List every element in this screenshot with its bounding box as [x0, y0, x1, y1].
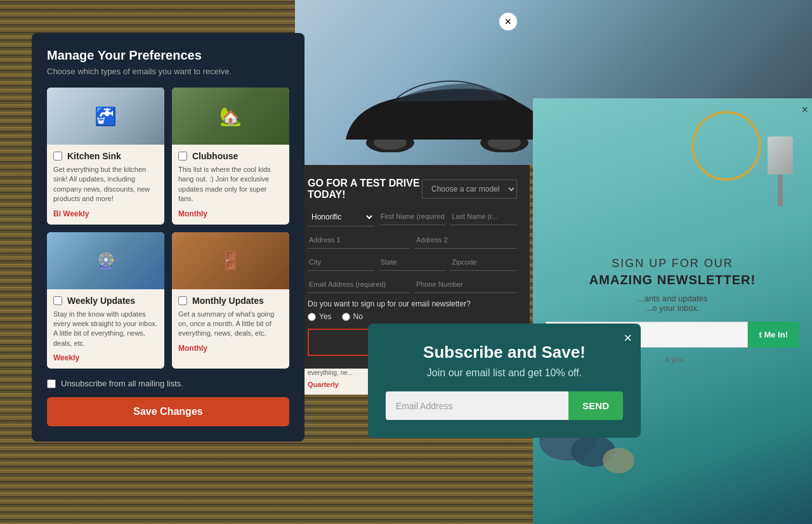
yes-radio[interactable] — [308, 313, 316, 321]
cushion-3 — [603, 448, 634, 473]
zipcode-input[interactable] — [450, 254, 517, 271]
weekly-updates-card: 🎡 Weekly Updates Stay in the know with u… — [47, 232, 164, 369]
clubhouse-freq: Monthly — [178, 209, 283, 218]
subscribe-email-input[interactable] — [386, 391, 568, 420]
monthly-updates-label: Monthly Updates — [192, 296, 264, 306]
kitchen-sink-desc: Get everything but the kitchen sink! All… — [53, 165, 158, 204]
monthly-updates-desc: Get a summary of what's going on, once a… — [178, 310, 283, 339]
monthly-updates-card: 🚪 Monthly Updates Get a summary of what'… — [172, 232, 289, 369]
save-changes-button[interactable]: Save Changes — [47, 397, 289, 426]
signup-title: SIGN UP FOR OUR — [546, 257, 799, 270]
kitchen-sink-card: 🚰 Kitchen Sink Get everything but the ki… — [47, 88, 164, 225]
car-close-button[interactable]: ✕ — [499, 13, 517, 30]
address2-input[interactable] — [415, 232, 517, 249]
preferences-cards-grid: 🚰 Kitchen Sink Get everything but the ki… — [47, 88, 289, 369]
signup-desc: ...ants and updates ...o your inbox. — [546, 294, 799, 313]
newsletter-question: Do you want to sign up for our email new… — [308, 299, 517, 308]
no-radio[interactable] — [342, 313, 350, 321]
honorific-select[interactable]: Honorific Mr. Ms. Dr. — [308, 208, 374, 226]
subscribe-title: Subscribe and Save! — [386, 343, 623, 362]
clubhouse-label: Clubhouse — [192, 151, 238, 161]
no-label: No — [353, 312, 363, 321]
panel-title: Manage Your Preferences — [47, 48, 289, 63]
yes-label: Yes — [319, 312, 332, 321]
kitchen-sink-freq: Bi Weekly — [53, 209, 158, 218]
kitchen-sink-checkbox[interactable] — [53, 152, 62, 160]
weekly-updates-label: Weekly Updates — [67, 296, 135, 306]
unsubscribe-row: Unsubscribe from all mailing lists. — [47, 379, 289, 388]
subscribe-email-row: SEND — [386, 391, 623, 420]
first-name-input[interactable] — [379, 208, 446, 225]
signup-bold: AMAZING NEWSLETTER! — [546, 273, 799, 287]
monthly-updates-checkbox[interactable] — [178, 296, 187, 305]
last-name-input[interactable] — [450, 208, 517, 225]
monthly-updates-image: 🚪 — [172, 232, 289, 289]
clubhouse-desc: This list is where the cool kids hang ou… — [178, 165, 283, 204]
monthly-updates-freq: Monthly — [178, 344, 283, 353]
unsubscribe-label: Unsubscribe from all mailing lists. — [61, 379, 183, 388]
phone-input[interactable] — [415, 276, 517, 293]
subscribe-subtitle: Join our email list and get 10% off. — [386, 367, 623, 379]
car-model-select[interactable]: Choose a car model — [422, 180, 517, 199]
car-silhouette — [333, 70, 561, 152]
kitchen-sink-image: 🚰 — [47, 88, 164, 145]
kitchen-sink-label: Kitchen Sink — [67, 151, 121, 161]
unsubscribe-checkbox[interactable] — [47, 379, 56, 388]
weekly-updates-desc: Stay in the know with updates every week… — [53, 310, 158, 349]
city-input[interactable] — [308, 254, 374, 271]
weekly-updates-checkbox[interactable] — [53, 296, 62, 305]
state-input[interactable] — [379, 254, 446, 271]
email-input[interactable] — [308, 276, 410, 293]
manage-preferences-panel: Manage Your Preferences Choose which typ… — [32, 33, 304, 442]
subscribe-popup-close[interactable]: × — [624, 331, 632, 345]
clubhouse-card: 🏡 Clubhouse This list is where the cool … — [172, 88, 289, 225]
weekly-updates-freq: Weekly — [53, 353, 158, 362]
weekly-updates-image: 🎡 — [47, 232, 164, 289]
room-close-button[interactable]: × — [801, 103, 808, 117]
subscribe-send-button[interactable]: SEND — [568, 391, 623, 420]
test-drive-title: GO FOR A TEST DRIVE TODAY! — [308, 178, 422, 200]
address1-input[interactable] — [308, 232, 410, 249]
count-me-in-button[interactable]: t Me In! — [748, 322, 800, 348]
subscribe-popup: × Subscribe and Save! Join our email lis… — [368, 324, 641, 438]
newsletter-radio-group: Yes No — [308, 312, 517, 321]
panel-subtitle: Choose which types of emails you want to… — [47, 67, 289, 76]
clubhouse-checkbox[interactable] — [178, 152, 187, 160]
clubhouse-image: 🏡 — [172, 88, 289, 145]
